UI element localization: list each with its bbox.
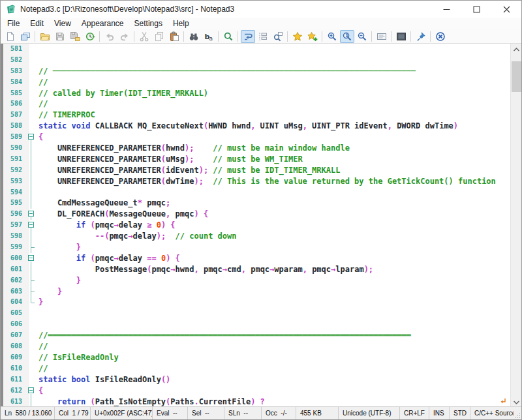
- code-line-590[interactable]: 590 UNREFERENCED_PARAMETER(hwnd); // mus…: [1, 143, 512, 154]
- code-line-612[interactable]: 612{: [1, 385, 512, 397]
- code-line-589[interactable]: 589{: [1, 132, 512, 143]
- fold-toggle-icon[interactable]: [27, 253, 36, 264]
- code-line-596[interactable]: 596 DL_FOREACH(MessageQueue, pmqc) {: [1, 209, 512, 220]
- code-line-593[interactable]: 593 UNREFERENCED_PARAMETER(dwTime); // T…: [1, 176, 512, 187]
- reset-zoom-button[interactable]: 1: [340, 30, 354, 43]
- code-line-605[interactable]: 605: [1, 308, 512, 319]
- code-line-601[interactable]: 601 PostMessage(pmqc→hwnd, pmqc→cmd, pmq…: [1, 264, 512, 275]
- recent-files-button[interactable]: [83, 30, 97, 43]
- code-line-603[interactable]: 603 }: [1, 286, 512, 297]
- toolbar-separator: [35, 31, 35, 42]
- menu-appearance[interactable]: Appearance: [76, 18, 129, 29]
- status-selection-info[interactable]: Sel --: [188, 407, 224, 419]
- resize-grip[interactable]: [514, 407, 521, 419]
- status-encoding[interactable]: Unicode (UTF-8): [339, 407, 400, 419]
- fold-toggle-icon[interactable]: [27, 385, 36, 397]
- status-file-size[interactable]: 455 KB: [296, 407, 339, 419]
- add-to-favorites-button[interactable]: [305, 30, 320, 43]
- code-line-587[interactable]: 587// TIMERPROC: [1, 110, 512, 121]
- code-line-588[interactable]: 588static void CALLBACK MQ_ExecuteNext(H…: [1, 121, 512, 132]
- status-char-info[interactable]: U+0x002F (ASC:47): [91, 407, 153, 419]
- status-eval-info[interactable]: Eval --: [153, 407, 188, 419]
- code-line-595[interactable]: 595 CmdMessageQueue_t* pmqc;: [1, 198, 512, 209]
- code-line-591[interactable]: 591 UNREFERENCED_PARAMETER(uMsg); // mus…: [1, 154, 512, 165]
- open-file-button[interactable]: [38, 30, 52, 43]
- vertical-scrollbar[interactable]: [510, 44, 521, 408]
- code-line-583[interactable]: 583// ──────────────────────────────────…: [1, 66, 512, 77]
- find-button[interactable]: [187, 30, 201, 43]
- close-button[interactable]: [491, 1, 521, 18]
- status-occurrences-info[interactable]: Occ -/-: [262, 407, 296, 419]
- scroll-up-arrow[interactable]: [511, 44, 522, 55]
- code-line-611[interactable]: 611static bool IsFileReadOnly(): [1, 374, 512, 385]
- line-number: 608: [1, 341, 27, 352]
- status-eol-mode[interactable]: CR+LF: [400, 407, 429, 419]
- exit-button[interactable]: [433, 30, 448, 43]
- fold-toggle-icon[interactable]: [27, 220, 36, 231]
- code-line-607[interactable]: 607//═══════════════════════════════════…: [1, 330, 512, 341]
- status-text-mode[interactable]: STD: [450, 407, 470, 419]
- pin-on-top-button[interactable]: [414, 30, 428, 43]
- code-line-602[interactable]: 602 }: [1, 275, 512, 286]
- fold-toggle-icon[interactable]: [27, 209, 36, 220]
- code-line-613[interactable]: 613 return (Path_IsNotEmpty(Paths.Curren…: [1, 397, 512, 408]
- maximize-icon: [472, 5, 481, 14]
- save-as-button[interactable]: [68, 30, 82, 43]
- menu-file[interactable]: File: [2, 18, 25, 29]
- focus-view-button[interactable]: [394, 30, 408, 43]
- redo-button[interactable]: [117, 30, 132, 43]
- status-overtype-mode[interactable]: INS: [429, 407, 450, 419]
- zoom-out-button[interactable]: [355, 30, 369, 43]
- code-line-581[interactable]: 581: [1, 44, 512, 55]
- code-text: {: [36, 132, 512, 143]
- status-syntax-scheme[interactable]: C/C++ Source Code: [470, 407, 514, 419]
- menu-edit[interactable]: Edit: [25, 18, 49, 29]
- editor[interactable]: 581582583// ────────────────────────────…: [1, 44, 512, 408]
- zoom-in-button[interactable]: [325, 30, 339, 43]
- fold-margin: [27, 143, 36, 154]
- copy-button[interactable]: [152, 30, 166, 43]
- code-line-594[interactable]: 594: [1, 187, 512, 198]
- replace-icon: ba: [204, 31, 214, 42]
- code-line-582[interactable]: 582: [1, 55, 512, 66]
- code-line-600[interactable]: 600 if (pmqc→delay == 0) {: [1, 253, 512, 264]
- paste-button[interactable]: [167, 30, 181, 43]
- scrollbar-thumb[interactable]: [512, 61, 521, 92]
- code-line-606[interactable]: 606: [1, 319, 512, 330]
- code-line-585[interactable]: 585// called by Timer(IDT_TIMER_MRKALL): [1, 88, 512, 99]
- new-file-button[interactable]: [3, 30, 18, 43]
- code-line-608[interactable]: 608//: [1, 341, 512, 352]
- status-selected-lines-info[interactable]: SLn --: [224, 407, 262, 419]
- code-line-584[interactable]: 584//: [1, 77, 512, 88]
- code-line-609[interactable]: 609// IsFileReadOnly: [1, 352, 512, 363]
- favorites-button[interactable]: [290, 30, 305, 43]
- code-line-597[interactable]: 597 if (pmqc→delay ≥ 0) {: [1, 220, 512, 231]
- save-file-button[interactable]: [53, 30, 67, 43]
- code-line-604[interactable]: 604}: [1, 297, 512, 308]
- fold-toggle-icon[interactable]: [27, 132, 36, 143]
- status-line-info[interactable]: Ln 580 / 13.060: [1, 407, 55, 419]
- menu-settings[interactable]: Settings: [129, 18, 168, 29]
- minimize-button[interactable]: [431, 1, 461, 18]
- line-number: 607: [1, 330, 27, 341]
- document-bar-button[interactable]: [375, 30, 389, 43]
- code-line-592[interactable]: 592 UNREFERENCED_PARAMETER(idEvent); // …: [1, 165, 512, 176]
- code-line-598[interactable]: 598 --(pmqc→delay); // count down: [1, 231, 512, 242]
- cut-button[interactable]: [137, 30, 151, 43]
- search-in-files-button[interactable]: [221, 30, 236, 43]
- menu-view[interactable]: View: [49, 18, 76, 29]
- indent-guides-button[interactable]: [256, 30, 270, 43]
- status-column-info[interactable]: Col 1 / 79: [55, 407, 91, 419]
- replace-button[interactable]: ba: [202, 30, 216, 43]
- undo-button[interactable]: [102, 30, 117, 43]
- code-text: // IsFileReadOnly: [36, 352, 512, 363]
- word-wrap-button[interactable]: [241, 30, 255, 43]
- menu-help[interactable]: Help: [168, 18, 194, 29]
- maximize-button[interactable]: [461, 1, 491, 18]
- code-line-610[interactable]: 610//: [1, 363, 512, 374]
- code-line-586[interactable]: 586//: [1, 98, 512, 110]
- code-line-599[interactable]: 599 }: [1, 242, 512, 253]
- new-window-button[interactable]: [18, 30, 33, 43]
- zoom-selection-button[interactable]: [271, 30, 285, 43]
- zoom-in-icon: [327, 31, 337, 42]
